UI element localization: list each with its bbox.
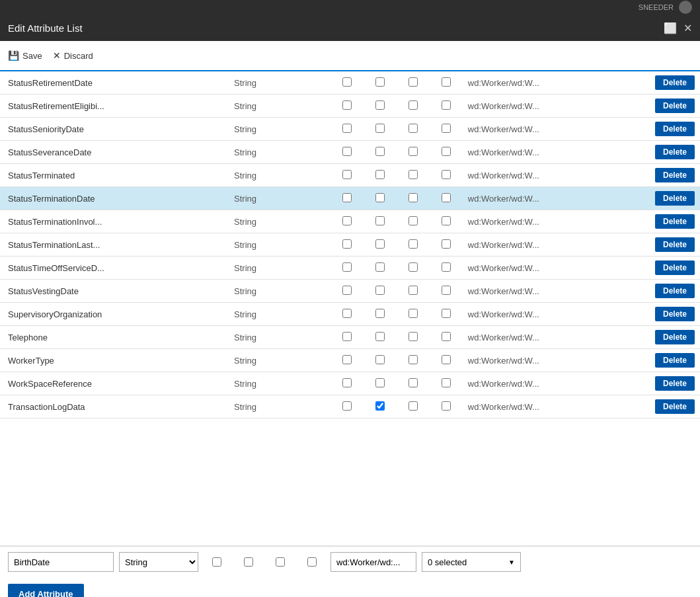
- delete-button[interactable]: Delete: [655, 330, 695, 344]
- chk2[interactable]: [375, 286, 385, 295]
- chk2[interactable]: [375, 332, 385, 341]
- chk4[interactable]: [442, 100, 451, 110]
- chk2[interactable]: [375, 309, 385, 318]
- chk1[interactable]: [342, 332, 352, 341]
- chk3[interactable]: [408, 193, 418, 202]
- chk1[interactable]: [342, 355, 352, 364]
- chk4[interactable]: [442, 239, 451, 249]
- chk1[interactable]: [342, 216, 352, 225]
- chk1[interactable]: [342, 77, 352, 87]
- attr-path-cell: wd:Worker/wd:W...: [463, 141, 641, 164]
- chk3[interactable]: [408, 401, 418, 411]
- save-button[interactable]: 💾 Save: [8, 50, 42, 61]
- chk3[interactable]: [408, 286, 418, 295]
- add-attribute-button[interactable]: Add Attribute: [8, 584, 84, 597]
- chk4[interactable]: [442, 193, 451, 202]
- chk2[interactable]: [375, 170, 385, 179]
- chk1[interactable]: [342, 286, 352, 295]
- chk3[interactable]: [408, 77, 418, 87]
- chk1[interactable]: [342, 239, 352, 249]
- discard-button[interactable]: ✕ Discard: [53, 50, 93, 61]
- chk1[interactable]: [342, 124, 352, 133]
- new-chk3[interactable]: [276, 557, 285, 567]
- chk4[interactable]: [442, 355, 451, 364]
- chk4[interactable]: [442, 378, 451, 387]
- new-attribute-name-input[interactable]: [8, 552, 114, 572]
- delete-button[interactable]: Delete: [655, 376, 695, 391]
- chk3[interactable]: [408, 355, 418, 364]
- chk4[interactable]: [442, 170, 451, 179]
- attr-path-cell: wd:Worker/wd:W...: [463, 257, 641, 280]
- chk4[interactable]: [442, 147, 451, 156]
- new-selected-dropdown[interactable]: 0 selected ▼: [422, 552, 521, 572]
- chk1[interactable]: [342, 309, 352, 318]
- chk4[interactable]: [442, 332, 451, 341]
- chk1[interactable]: [342, 401, 352, 411]
- chk3[interactable]: [408, 309, 418, 318]
- chk3[interactable]: [408, 332, 418, 341]
- delete-button[interactable]: Delete: [655, 75, 695, 90]
- chk3[interactable]: [408, 378, 418, 387]
- attribute-table: StatusRetirementDate String wd:Worker/wd…: [0, 71, 700, 418]
- delete-button[interactable]: Delete: [655, 191, 695, 206]
- delete-button[interactable]: Delete: [655, 122, 695, 136]
- chk1[interactable]: [342, 193, 352, 202]
- chk4[interactable]: [442, 124, 451, 133]
- chk4[interactable]: [442, 309, 451, 318]
- chk1[interactable]: [342, 147, 352, 156]
- chk3[interactable]: [408, 124, 418, 133]
- chk3[interactable]: [408, 262, 418, 272]
- new-path-input[interactable]: [331, 552, 416, 572]
- delete-button[interactable]: Delete: [655, 214, 695, 229]
- new-chk2[interactable]: [244, 557, 253, 567]
- attr-type-cell: String: [229, 141, 331, 164]
- attr-type-cell: String: [229, 257, 331, 280]
- new-chk4[interactable]: [307, 557, 317, 567]
- chk4[interactable]: [442, 77, 451, 87]
- chk1[interactable]: [342, 100, 352, 110]
- chk3[interactable]: [408, 216, 418, 225]
- chk2[interactable]: [375, 124, 385, 133]
- close-button[interactable]: ✕: [683, 22, 692, 34]
- delete-button[interactable]: Delete: [655, 284, 695, 298]
- chk2[interactable]: [375, 262, 385, 272]
- maximize-button[interactable]: ⬜: [664, 22, 677, 34]
- chk2[interactable]: [375, 378, 385, 387]
- delete-button[interactable]: Delete: [655, 353, 695, 368]
- chk2[interactable]: [375, 100, 385, 110]
- attr-chk4-cell: [430, 71, 463, 95]
- chk2[interactable]: [375, 355, 385, 364]
- chk2[interactable]: [375, 239, 385, 249]
- chk1[interactable]: [342, 262, 352, 272]
- chk3[interactable]: [408, 239, 418, 249]
- chk2[interactable]: [375, 216, 385, 225]
- chk4[interactable]: [442, 286, 451, 295]
- chk4[interactable]: [442, 262, 451, 272]
- table-row: StatusSeveranceDate String wd:Worker/wd:…: [0, 141, 700, 164]
- new-chk1[interactable]: [212, 557, 221, 567]
- chk1[interactable]: [342, 170, 352, 179]
- chk4[interactable]: [442, 401, 451, 411]
- attr-path-cell: wd:Worker/wd:W...: [463, 326, 641, 349]
- chk2[interactable]: [375, 77, 385, 87]
- delete-button[interactable]: Delete: [655, 260, 695, 275]
- chk2[interactable]: [375, 147, 385, 156]
- discard-icon: ✕: [53, 50, 61, 61]
- new-attribute-type-select[interactable]: String Integer Boolean Date: [119, 552, 198, 572]
- chk3[interactable]: [408, 100, 418, 110]
- delete-button[interactable]: Delete: [655, 399, 695, 414]
- chk3[interactable]: [408, 147, 418, 156]
- delete-button[interactable]: Delete: [655, 237, 695, 252]
- attr-name-cell: Telephone: [0, 326, 229, 349]
- chk2[interactable]: [375, 401, 385, 411]
- chk1[interactable]: [342, 378, 352, 387]
- delete-button[interactable]: Delete: [655, 307, 695, 321]
- delete-button[interactable]: Delete: [655, 145, 695, 159]
- chk3[interactable]: [408, 170, 418, 179]
- chk4[interactable]: [442, 216, 451, 225]
- chk2[interactable]: [375, 193, 385, 202]
- delete-button[interactable]: Delete: [655, 99, 695, 113]
- delete-button[interactable]: Delete: [655, 168, 695, 182]
- attr-chk2-cell: [364, 280, 397, 303]
- attr-path-cell: wd:Worker/wd:W...: [463, 187, 641, 210]
